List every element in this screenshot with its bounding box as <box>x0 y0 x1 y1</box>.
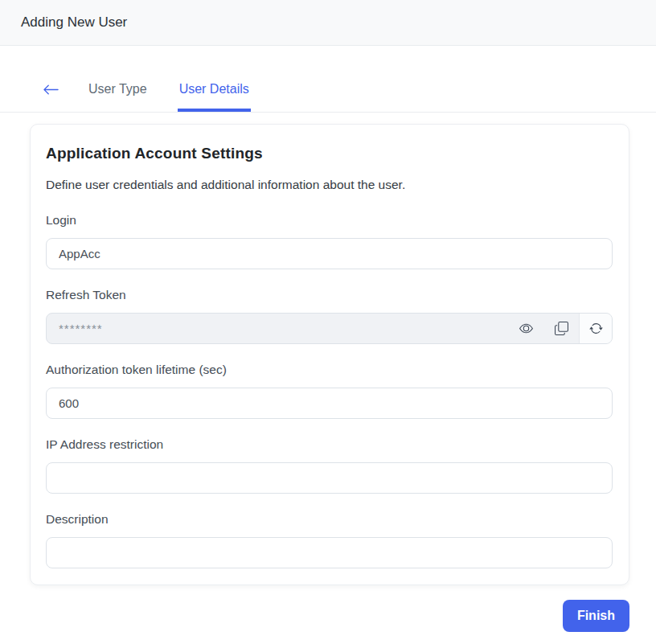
refresh-token-field-group: Refresh Token ******** <box>46 288 613 344</box>
page-title: Adding New User <box>21 14 127 31</box>
copy-token-button[interactable] <box>543 314 579 343</box>
tab-user-details[interactable]: User Details <box>178 72 251 112</box>
card-subtitle: Define user credentials and additional i… <box>46 178 613 192</box>
token-lifetime-field-group: Authorization token lifetime (sec) <box>46 363 613 419</box>
eye-icon <box>519 322 533 335</box>
tab-user-type[interactable]: User Type <box>87 72 149 112</box>
refresh-token-input-group: ******** <box>46 313 613 344</box>
refresh-token-label: Refresh Token <box>46 288 613 302</box>
app-header: Adding New User <box>0 0 656 46</box>
login-input[interactable] <box>46 238 613 269</box>
ip-restriction-input[interactable] <box>46 462 613 494</box>
back-button[interactable] <box>38 72 64 112</box>
regenerate-token-button[interactable] <box>579 314 612 343</box>
refresh-token-masked-value: ******** <box>47 314 508 343</box>
finish-button[interactable]: Finish <box>563 600 629 632</box>
login-label: Login <box>46 213 613 228</box>
footer-actions: Finish <box>30 600 629 632</box>
description-field-group: Description <box>46 512 613 568</box>
show-token-button[interactable] <box>508 314 543 343</box>
refresh-icon <box>589 322 603 335</box>
application-account-settings-card: Application Account Settings Define user… <box>30 124 629 585</box>
description-input[interactable] <box>46 537 613 568</box>
login-field-group: Login <box>46 213 613 269</box>
copy-icon <box>555 322 568 335</box>
token-lifetime-input[interactable] <box>46 388 613 419</box>
ip-restriction-label: IP Address restriction <box>46 437 613 452</box>
arrow-left-icon <box>43 81 59 98</box>
token-lifetime-label: Authorization token lifetime (sec) <box>46 363 613 377</box>
card-title: Application Account Settings <box>46 145 613 162</box>
ip-restriction-field-group: IP Address restriction <box>46 437 613 494</box>
description-label: Description <box>46 512 613 527</box>
wizard-tabs: User Type User Details <box>0 72 656 113</box>
